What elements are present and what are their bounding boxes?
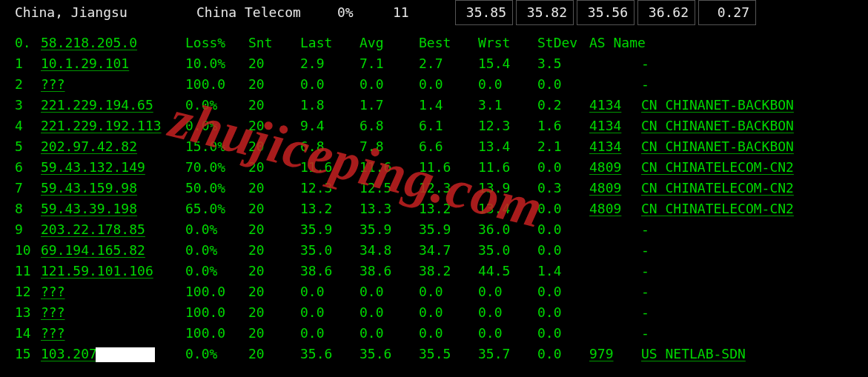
terminal-screen: China, Jiangsu China Telecom 0% 11 35.85… [0, 0, 868, 377]
mtr-row: 1069.194.165.820.0%2035.034.834.735.00.0… [15, 240, 868, 261]
hop-last: 11.6 [300, 157, 360, 178]
hop-snt: 20 [248, 178, 300, 198]
hop-stdev: 0.0 [537, 74, 589, 95]
hop-stdev: 0.0 [537, 198, 589, 219]
hop-wrst: 13.4 [478, 198, 537, 219]
hop-asn: 4134 [589, 136, 641, 157]
hop-avg: 6.8 [360, 116, 419, 136]
hop-avg: 35.9 [360, 219, 419, 240]
hop-wrst: 13.9 [478, 178, 537, 198]
hop-snt: 20 [248, 116, 300, 136]
hop-asname: CN CHINANET-BACKBON [641, 136, 868, 157]
mtr-row: 14???100.0200.00.00.00.00.0- [15, 323, 868, 344]
hop-number: 10 [15, 240, 41, 261]
hop-avg: 0.0 [360, 302, 419, 323]
hop-snt: 20 [248, 74, 300, 95]
hop-avg: 0.0 [360, 74, 419, 95]
hop-wrst: 44.5 [478, 261, 537, 281]
hop-loss: 65.0% [185, 198, 248, 219]
mtr-row: 11121.59.101.1060.0%2038.638.638.244.51.… [15, 261, 868, 281]
hop-avg: 0.0 [360, 281, 419, 302]
hop-number: 3 [15, 95, 41, 116]
hop-avg: 35.6 [360, 344, 419, 364]
hop-best: 35.9 [419, 219, 478, 240]
hop-asname: CN CHINATELECOM-CN2 [641, 157, 868, 178]
mtr-row: 659.43.132.14970.0%2011.611.611.611.60.0… [15, 157, 868, 178]
hop-asname: US NETLAB-SDN [641, 344, 868, 364]
hop-host: 59.43.159.98 [41, 178, 185, 198]
hop-last: 6.8 [300, 136, 360, 157]
hop-loss: 0.0% [185, 116, 248, 136]
hop-number: 6 [15, 157, 41, 178]
hop-avg: 0.0 [360, 323, 419, 344]
hop-wrst: 36.0 [478, 219, 537, 240]
mtr-row: 2???100.0200.00.00.00.00.0- [15, 74, 868, 95]
hop-wrst: 0.0 [478, 323, 537, 344]
hop-number: 1 [15, 53, 41, 74]
hop-loss: 0.0% [185, 219, 248, 240]
hop-asname: - [641, 240, 868, 261]
hop-best: 13.2 [419, 198, 478, 219]
hop-stdev: 1.6 [537, 116, 589, 136]
hop-host: 59.43.132.149 [41, 157, 185, 178]
hop-stdev: 0.0 [537, 240, 589, 261]
hop-last: 35.6 [300, 344, 360, 364]
hop-asn: 4809 [589, 198, 641, 219]
hop-stdev: 0.3 [537, 178, 589, 198]
header-avg: Avg [360, 33, 419, 53]
header-last: Last [300, 33, 360, 53]
header-hop: 0. [15, 33, 41, 53]
mtr-row: 12???100.0200.00.00.00.00.0- [15, 281, 868, 302]
hop-stdev: 0.0 [537, 323, 589, 344]
hop-last: 2.9 [300, 53, 360, 74]
mtr-row: 759.43.159.9850.0%2012.312.512.313.90.34… [15, 178, 868, 198]
hop-snt: 20 [248, 281, 300, 302]
hop-avg: 34.8 [360, 240, 419, 261]
hop-loss: 15.0% [185, 136, 248, 157]
hop-best: 0.0 [419, 302, 478, 323]
header-wrst: Wrst [478, 33, 537, 53]
hop-host: 10.1.29.101 [41, 53, 185, 74]
hop-number: 8 [15, 198, 41, 219]
hop-best: 0.0 [419, 323, 478, 344]
hop-avg: 1.7 [360, 95, 419, 116]
hop-best: 0.0 [419, 74, 478, 95]
mtr-row: 4221.229.192.1130.0%209.46.86.112.31.641… [15, 116, 868, 136]
hop-wrst: 35.7 [478, 344, 537, 364]
summary-isp: China Telecom [196, 2, 337, 23]
mtr-row: 9203.22.178.850.0%2035.935.935.936.00.0- [15, 219, 868, 240]
hop-asn: 4134 [589, 116, 641, 136]
hop-asname: - [641, 302, 868, 323]
hop-stdev: 0.2 [537, 95, 589, 116]
mtr-row: 110.1.29.10110.0%202.97.12.715.43.5- [15, 53, 868, 74]
hop-wrst: 0.0 [478, 74, 537, 95]
hop-snt: 20 [248, 261, 300, 281]
hop-stdev: 2.1 [537, 136, 589, 157]
hop-host: 59.43.39.198 [41, 198, 185, 219]
hop-host: 203.22.178.85 [41, 219, 185, 240]
hop-loss: 0.0% [185, 344, 248, 364]
hop-host: 103.207 [41, 344, 185, 364]
hop-wrst: 15.4 [478, 53, 537, 74]
hop-loss: 0.0% [185, 95, 248, 116]
hop-last: 35.9 [300, 219, 360, 240]
hop-snt: 20 [248, 198, 300, 219]
hop-stdev: 3.5 [537, 53, 589, 74]
header-host: 58.218.205.0 [41, 33, 185, 53]
hop-number: 2 [15, 74, 41, 95]
hop-best: 6.6 [419, 136, 478, 157]
mtr-row: 3221.229.194.650.0%201.81.71.43.10.24134… [15, 95, 868, 116]
hop-wrst: 12.3 [478, 116, 537, 136]
hop-avg: 7.8 [360, 136, 419, 157]
hop-avg: 11.6 [360, 157, 419, 178]
hop-asname: - [641, 323, 868, 344]
mtr-row: 15103.2070.0%2035.635.635.535.70.0979US … [15, 344, 868, 364]
hop-snt: 20 [248, 136, 300, 157]
hop-asn: 979 [589, 344, 641, 364]
hop-asname: CN CHINATELECOM-CN2 [641, 198, 868, 219]
hop-snt: 20 [248, 240, 300, 261]
hop-asn: 4809 [589, 157, 641, 178]
header-best: Best [419, 33, 478, 53]
hop-wrst: 35.0 [478, 240, 537, 261]
hop-snt: 20 [248, 157, 300, 178]
